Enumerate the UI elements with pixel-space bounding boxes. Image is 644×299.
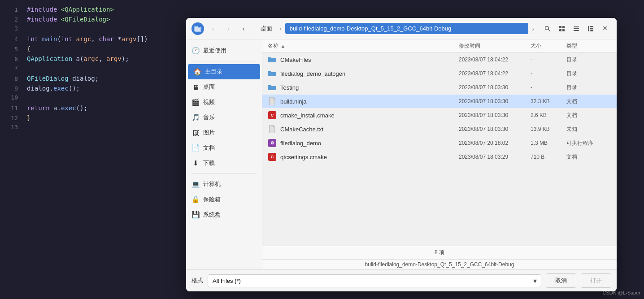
file-type: 未知 xyxy=(566,126,611,133)
sidebar-item-vault[interactable]: 🔒 保险箱 xyxy=(186,192,262,207)
svg-rect-11 xyxy=(590,28,593,29)
path-separator: › xyxy=(278,25,283,32)
file-size: - xyxy=(531,70,566,77)
code-text: QApplication a(argc, argv); xyxy=(27,54,129,64)
documents-icon: 📄 xyxy=(191,144,200,152)
dialog-bottom: 格式 All Files (*) 取消 打开 xyxy=(186,269,617,291)
list-view-button[interactable] xyxy=(570,22,583,35)
file-row-autogen[interactable]: filedialog_demo_autogen 2023/08/07 18:04… xyxy=(262,67,617,81)
svg-point-0 xyxy=(545,26,549,30)
line-number: 10 xyxy=(4,93,18,103)
downloads-icon: ⬇ xyxy=(191,159,200,167)
file-row-filedialog-demo[interactable]: ⚙ filedialog_demo 2023/08/07 20:18:02 1.… xyxy=(262,136,617,150)
sidebar-item-music[interactable]: 🎵 音乐 xyxy=(186,110,262,125)
line-number: 9 xyxy=(4,84,18,94)
folder-icon xyxy=(268,69,277,78)
col-header-modified[interactable]: 修改时间 xyxy=(459,42,531,50)
file-name: cmake_install.cmake xyxy=(280,112,459,119)
exe-icon: ⚙ xyxy=(268,139,277,147)
grid-view-button[interactable] xyxy=(556,22,568,35)
sidebar-item-pictures[interactable]: 🖼 图片 xyxy=(186,125,262,140)
sidebar-item-downloads[interactable]: ⬇ 下载 xyxy=(186,156,262,171)
file-size: 2.6 KB xyxy=(531,112,566,118)
sidebar-item-home[interactable]: 🏠 主目录 xyxy=(188,64,260,79)
sidebar-label-home: 主目录 xyxy=(205,68,222,76)
sidebar: 🕐 最近使用 🏠 主目录 🖥 桌面 🎬 视频 🎵 音乐 xyxy=(186,39,262,269)
current-path-text: build-filedialog_demo-Desktop_Qt_5_15_2_… xyxy=(365,261,514,268)
search-button[interactable] xyxy=(541,22,554,35)
sort-icon: ▲ xyxy=(280,43,286,49)
col-header-type[interactable]: 类型 xyxy=(566,42,611,50)
file-modified: 2023/08/07 18:04:22 xyxy=(459,56,531,63)
file-modified: 2023/08/07 18:03:30 xyxy=(459,84,531,91)
file-name: CMakeCache.txt xyxy=(280,126,459,133)
file-type: 目录 xyxy=(566,70,611,78)
format-label: 格式 xyxy=(191,277,203,285)
file-size: 710 B xyxy=(531,154,566,160)
svg-rect-10 xyxy=(590,26,593,27)
file-row-testing[interactable]: Testing 2023/08/07 18:03:30 - 目录 xyxy=(262,81,617,95)
col-name-label: 名称 xyxy=(268,42,278,50)
detail-view-button[interactable] xyxy=(584,22,597,35)
vault-icon: 🔒 xyxy=(191,195,200,204)
dialog-titlebar: ‹ › ‹ 桌面 › build-filedialog_demo-Desktop… xyxy=(186,18,617,39)
sidebar-label-documents: 文档 xyxy=(203,144,215,152)
col-header-name[interactable]: 名称 ▲ xyxy=(268,42,459,50)
folder-icon xyxy=(268,55,277,64)
recent-icon: 🕐 xyxy=(191,47,200,55)
back-button[interactable]: ‹ xyxy=(207,22,219,35)
sidebar-label-recent: 最近使用 xyxy=(203,47,226,55)
sidebar-item-recent[interactable]: 🕐 最近使用 xyxy=(186,43,262,58)
file-modified: 2023/08/07 18:04:22 xyxy=(459,70,531,77)
file-modified: 2023/08/07 18:03:30 xyxy=(459,98,531,104)
file-row-buildninja[interactable]: build.ninja 2023/08/07 18:03:30 32.3 KB … xyxy=(262,95,617,108)
file-size: 1.3 MB xyxy=(531,140,566,146)
sidebar-label-pictures: 图片 xyxy=(203,129,215,137)
doc-icon xyxy=(268,97,277,106)
breadcrumb-desktop[interactable]: 桌面 xyxy=(257,23,276,35)
forward-button[interactable]: › xyxy=(222,22,235,35)
sidebar-item-documents[interactable]: 📄 文档 xyxy=(186,140,262,156)
open-button[interactable]: 打开 xyxy=(581,273,611,288)
line-number: 4 xyxy=(4,35,18,44)
code-text: return a.exec(); xyxy=(27,103,87,113)
file-modified: 2023/08/07 18:03:30 xyxy=(459,112,531,118)
file-name: filedialog_demo_autogen xyxy=(280,70,459,77)
cancel-button[interactable]: 取消 xyxy=(546,273,576,288)
sidebar-label-music: 音乐 xyxy=(203,113,215,121)
line-number: 6 xyxy=(4,55,18,64)
file-row-cmakecache[interactable]: CMakeCache.txt 2023/08/07 18:03:30 13.9 … xyxy=(262,122,617,136)
col-header-size[interactable]: 大小 xyxy=(531,42,566,50)
file-row-cmakefiles[interactable]: CMakeFiles 2023/08/07 18:04:22 - 目录 xyxy=(262,53,617,67)
svg-rect-7 xyxy=(574,28,579,29)
format-select[interactable]: All Files (*) xyxy=(208,274,541,287)
sidebar-divider-1 xyxy=(191,61,257,61)
file-row-qtcsettings[interactable]: C qtcsettings.cmake 2023/08/07 18:03:29 … xyxy=(262,150,617,164)
code-text: dialog.exec(); xyxy=(27,83,80,93)
dialog-app-icon xyxy=(191,22,204,35)
sidebar-item-computer[interactable]: 💻 计算机 xyxy=(186,177,262,192)
file-name: qtcsettings.cmake xyxy=(280,154,459,160)
computer-icon: 💻 xyxy=(191,180,200,188)
status-bar: 8 项 xyxy=(262,246,617,259)
file-modified: 2023/08/07 20:18:02 xyxy=(459,140,531,146)
sidebar-label-vault: 保险箱 xyxy=(203,195,221,204)
sysroot-icon: 💾 xyxy=(191,211,200,219)
format-select-wrapper[interactable]: All Files (*) xyxy=(208,274,541,287)
sidebar-item-sysroot[interactable]: 💾 系统盘 xyxy=(186,207,262,222)
file-type: 可执行程序 xyxy=(566,139,611,147)
cmake-icon: C xyxy=(268,152,277,161)
sidebar-item-desktop[interactable]: 🖥 桌面 xyxy=(186,79,262,95)
file-row-cmake-install[interactable]: C cmake_install.cmake 2023/08/07 18:03:3… xyxy=(262,108,617,122)
path-bar[interactable]: build-filedialog_demo-Desktop_Qt_5_15_2_… xyxy=(285,23,529,34)
svg-line-1 xyxy=(548,29,551,31)
close-button[interactable]: × xyxy=(599,22,611,35)
sidebar-item-video[interactable]: 🎬 视频 xyxy=(186,95,262,110)
file-name: CMakeFiles xyxy=(280,56,459,63)
up-button[interactable]: ‹ xyxy=(237,22,250,35)
file-type: 文档 xyxy=(566,112,611,119)
file-name: Testing xyxy=(280,84,459,91)
desktop-icon: 🖥 xyxy=(191,83,200,91)
sidebar-label-downloads: 下载 xyxy=(203,159,215,167)
toolbar-icons: × xyxy=(541,22,611,35)
